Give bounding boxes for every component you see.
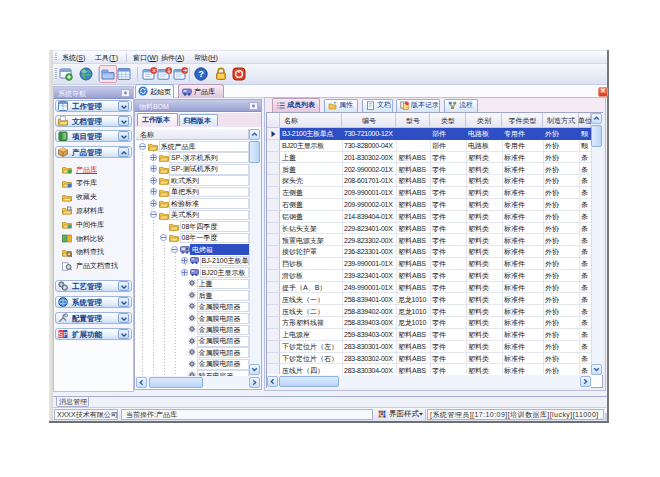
svg-text:S: S xyxy=(58,331,62,338)
svg-text:?: ? xyxy=(198,68,204,79)
svg-text:P: P xyxy=(63,331,67,338)
